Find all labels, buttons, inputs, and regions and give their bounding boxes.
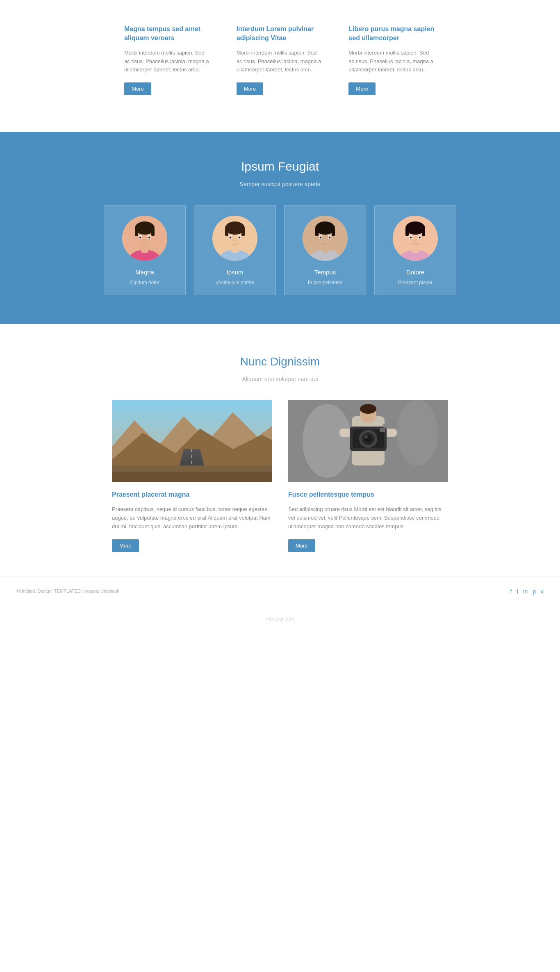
- card-1: Interdum Lorem pulvinar adipiscing Vitae…: [224, 16, 337, 107]
- footer-social: f t in p v: [510, 587, 544, 596]
- blog-post-title-1: Fusce pellentesque tempus: [288, 489, 448, 500]
- blog-heading: Nunc Dignissim: [112, 353, 448, 371]
- blog-image-0: [112, 400, 272, 482]
- team-member-name-0: Magna: [112, 267, 177, 277]
- blog-grid: Praesent placerat magna Praesent dapibus…: [112, 400, 448, 552]
- team-card-1: Ipsum Vestibulum comm: [194, 205, 276, 295]
- team-member-role-3: Praesent placer: [383, 279, 448, 287]
- svg-point-46: [419, 236, 421, 238]
- svg-point-57: [303, 404, 352, 478]
- svg-rect-29: [315, 228, 319, 236]
- linkedin-icon[interactable]: in: [523, 587, 528, 596]
- svg-point-33: [320, 236, 322, 238]
- team-member-name-3: Dolore: [383, 267, 448, 277]
- card-text-2: Morbi interdum mollis sapien. Sed ac ris…: [348, 49, 436, 74]
- svg-rect-18: [241, 228, 245, 236]
- svg-rect-17: [225, 228, 228, 236]
- team-member-role-2: Fusce pellentes: [293, 279, 357, 287]
- twitter-icon[interactable]: t: [517, 587, 518, 596]
- svg-point-47: [414, 240, 417, 242]
- team-member-name-2: Tempus: [293, 267, 357, 277]
- team-member-role-1: Vestibulum comm: [203, 279, 267, 287]
- blog-subtitle: Aliquam erat volutpat nam dui: [112, 374, 448, 383]
- svg-point-34: [329, 236, 331, 238]
- svg-point-58: [397, 400, 438, 465]
- card-text-0: Morbi interdum mollis sapien. Sed ac ris…: [124, 49, 212, 74]
- footer-copyright: ©Untitled. Design: TEMPLATED. Images: Un…: [16, 588, 119, 595]
- team-member-name-1: Ipsum: [203, 267, 267, 277]
- svg-point-71: [360, 404, 376, 414]
- svg-point-67: [364, 435, 368, 438]
- cards-section: Magna tempus sed amet aliquam veroers Mo…: [104, 0, 456, 132]
- card-more-button-2[interactable]: More: [348, 82, 376, 95]
- team-heading: Ipsum Feugiat: [8, 157, 552, 176]
- svg-point-11: [143, 240, 146, 242]
- svg-rect-68: [380, 428, 385, 432]
- facebook-icon[interactable]: f: [510, 587, 512, 596]
- blog-more-button-1[interactable]: More: [288, 539, 315, 552]
- footer: ©Untitled. Design: TEMPLATED. Images: Un…: [0, 577, 560, 606]
- svg-rect-55: [112, 472, 272, 482]
- blog-post-text-1: Sed adipiscing ornare risus Morbi est es…: [288, 505, 448, 531]
- team-member-role-0: Cipdum dolor: [112, 279, 177, 287]
- svg-rect-30: [332, 228, 335, 236]
- blog-post-text-0: Praesent dapibus, neque id cursus faucib…: [112, 505, 272, 531]
- watermark: mostaqi.com: [0, 606, 560, 635]
- team-card-0: Magna Cipdum dolor: [104, 205, 186, 295]
- vimeo-icon[interactable]: v: [541, 587, 544, 596]
- team-grid: Magna Cipdum dolor: [96, 205, 464, 295]
- card-title-0: Magna tempus sed amet aliquam veroers: [124, 25, 212, 43]
- team-avatar-3: [393, 216, 438, 261]
- team-section: Ipsum Feugiat Semper suscipit posuere ap…: [0, 132, 560, 324]
- card-0: Magna tempus sed amet aliquam veroers Mo…: [112, 16, 224, 107]
- watermark-text: mostaqi.com: [266, 616, 294, 622]
- pinterest-icon[interactable]: p: [533, 587, 536, 596]
- card-more-button-0[interactable]: More: [124, 82, 151, 95]
- card-title-1: Interdum Lorem pulvinar adipiscing Vitae: [237, 25, 324, 43]
- blog-image-1: [288, 400, 448, 482]
- team-card-3: Dolore Praesent placer: [374, 205, 456, 295]
- svg-point-45: [410, 236, 412, 238]
- svg-rect-5: [135, 228, 138, 236]
- svg-rect-42: [422, 228, 425, 236]
- card-title-2: Libero purus magna sapien sed ullamcorpe…: [348, 25, 436, 43]
- team-avatar-2: [303, 216, 348, 261]
- svg-rect-6: [151, 228, 155, 236]
- svg-point-69: [382, 424, 387, 428]
- team-card-2: Tempus Fusce pellentes: [284, 205, 366, 295]
- svg-point-23: [234, 240, 236, 242]
- blog-post-1: Fusce pellentesque tempus Sed adipiscing…: [288, 400, 448, 552]
- team-avatar-1: [212, 216, 257, 261]
- team-avatar-0: [122, 216, 167, 261]
- card-more-button-1[interactable]: More: [237, 82, 264, 95]
- blog-section: Nunc Dignissim Aliquam erat volutpat nam…: [104, 324, 456, 577]
- blog-more-button-0[interactable]: More: [112, 539, 139, 552]
- svg-point-9: [139, 236, 141, 238]
- svg-point-21: [230, 236, 232, 238]
- card-2: Libero purus magna sapien sed ullamcorpe…: [336, 16, 448, 107]
- team-subtitle: Semper suscipit posuere apede: [8, 180, 552, 189]
- svg-rect-41: [405, 228, 409, 236]
- card-text-1: Morbi interdum mollis sapien. Sed ac ris…: [237, 49, 324, 74]
- svg-point-35: [324, 240, 326, 242]
- blog-post-title-0: Praesent placerat magna: [112, 489, 272, 500]
- blog-post-0: Praesent placerat magna Praesent dapibus…: [112, 400, 272, 552]
- svg-point-10: [148, 236, 150, 238]
- svg-point-22: [239, 236, 241, 238]
